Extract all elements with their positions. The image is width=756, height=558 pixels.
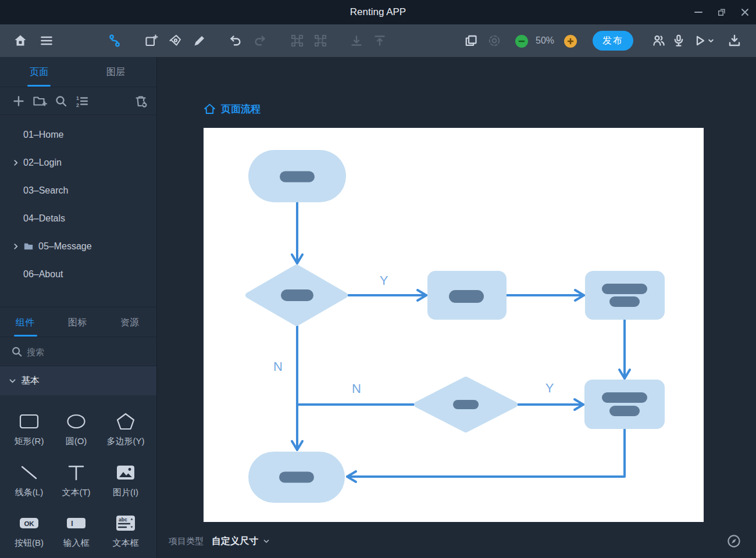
compass-icon[interactable] [726,534,741,549]
page-label: 02–Login [23,158,62,167]
chevron-down-icon [9,377,16,385]
page-label: 05–Message [38,241,92,251]
page-list-item[interactable]: 01–Home [0,121,156,149]
component-textarea[interactable]: abc 文本框 [99,512,152,549]
add-folder-button[interactable] [32,94,46,108]
zoom-out-button[interactable] [515,35,528,48]
chevron-down-icon[interactable] [263,538,270,545]
zoom-level[interactable]: 50% [532,24,558,57]
component-line[interactable]: 线条(L) [3,462,55,498]
new-frame-button[interactable] [143,33,159,49]
search-pages-button[interactable] [54,94,68,108]
plus-icon [12,94,26,108]
component-rectangle[interactable]: 矩形(R) [3,410,55,447]
flow-node-text-pill [602,284,647,294]
design-canvas[interactable]: YYNN [204,128,704,522]
page-list: 01–Home 02–Login 03–Search 04–Detals 05–… [0,121,156,288]
section-header-basic[interactable]: 基本 [0,366,156,395]
microphone-icon [671,33,686,48]
titlebar: Renting APP [0,0,756,24]
component-input[interactable]: I 输入框 [50,512,102,549]
tab-components[interactable]: 组件 [5,307,45,338]
group-icon [290,33,305,48]
component-label: 圆(O) [50,436,102,447]
collaborators-button[interactable] [651,33,667,49]
search-icon [10,345,23,358]
component-polygon[interactable]: 多边形(Y) [99,410,152,447]
svg-text:2: 2 [76,102,79,108]
project-type-value[interactable]: 自定义尺寸 [212,535,258,548]
bring-to-top-button[interactable] [372,33,388,49]
flow-node-process-2[interactable] [585,271,665,320]
component-ellipse[interactable]: 圆(O) [50,410,102,447]
project-type-label: 项目类型 [169,536,204,547]
component-button[interactable]: OK 按钮(B) [3,512,55,549]
publish-button[interactable]: 发布 [593,31,633,51]
flow-edge-process-3-end[interactable] [347,429,625,477]
flow-node-text-pill [609,406,640,416]
folder-plus-icon [32,94,47,108]
page-list-item[interactable]: 06–About [0,260,156,288]
zoom-in-button[interactable] [564,35,577,48]
restore-button[interactable] [713,4,730,20]
redo-button[interactable] [252,33,268,49]
plus-icon [566,37,575,45]
close-button[interactable] [736,4,754,20]
pages-panel-tabs: 页面 图层 [0,57,156,87]
send-to-bottom-button[interactable] [348,33,365,49]
section-label: 基本 [21,375,40,385]
trash-button[interactable] [134,94,148,108]
component-text[interactable]: 文本(T) [50,462,102,498]
main-menu-button[interactable] [38,33,55,49]
tab-resources[interactable]: 资源 [109,307,150,338]
sort-pages-button[interactable]: 1 2 [74,94,88,108]
flow-tool-button[interactable] [106,33,123,49]
component-label: 文本(T) [50,487,102,498]
ungroup-icon [313,33,328,48]
canvas-title[interactable]: 页面流程 [221,102,261,116]
chevron-down-icon [708,38,714,44]
numbered-list-icon: 1 2 [74,94,90,108]
active-tab-underline [14,335,37,337]
component-label: 图片(I) [99,487,152,498]
image-icon [115,462,136,483]
download-icon [727,33,742,48]
rectangle-icon [19,411,40,432]
flow-node-text-pill [279,472,314,483]
duplicate-page-button[interactable] [463,33,479,49]
focus-target-button[interactable] [486,33,502,49]
tab-icons[interactable]: 图标 [57,307,98,338]
users-icon [651,33,666,48]
trash-recycle-icon [134,94,149,108]
pen-tool-button[interactable] [167,33,184,49]
flow-node-process-3[interactable] [584,380,665,429]
preview-button[interactable] [691,33,715,49]
component-search-input[interactable] [27,337,143,366]
page-list-item[interactable]: 03–Search [0,177,156,205]
flow-branch-label: N [352,381,361,396]
page-list-item[interactable]: 05–Message [0,233,156,260]
redo-icon [252,33,268,48]
sidebar: 页面 图层 1 2 [0,57,157,558]
voice-button[interactable] [671,33,687,49]
components-panel-tabs: 组件 图标 资源 [0,307,156,337]
pencil-tool-button[interactable] [191,33,208,49]
toolbar: 50% 发布 [0,24,756,57]
undo-button[interactable] [227,33,244,49]
home-button[interactable] [12,33,28,49]
chevron-right-icon[interactable] [12,242,20,251]
component-label: 输入框 [50,538,102,549]
page-list-item[interactable]: 02–Login [0,149,156,177]
tab-pages[interactable]: 页面 [19,57,59,87]
minimize-button[interactable] [690,4,707,20]
svg-text:I: I [71,520,73,528]
page-list-item[interactable]: 04–Detals [0,205,156,233]
ungroup-button[interactable] [312,33,329,49]
group-button[interactable] [289,33,305,49]
add-page-button[interactable] [12,94,26,108]
tab-layers[interactable]: 图层 [95,57,136,87]
component-image[interactable]: 图片(I) [99,462,152,498]
export-button[interactable] [726,33,743,49]
chevron-right-icon[interactable] [12,159,20,167]
flow-node-text-pill [281,289,313,301]
